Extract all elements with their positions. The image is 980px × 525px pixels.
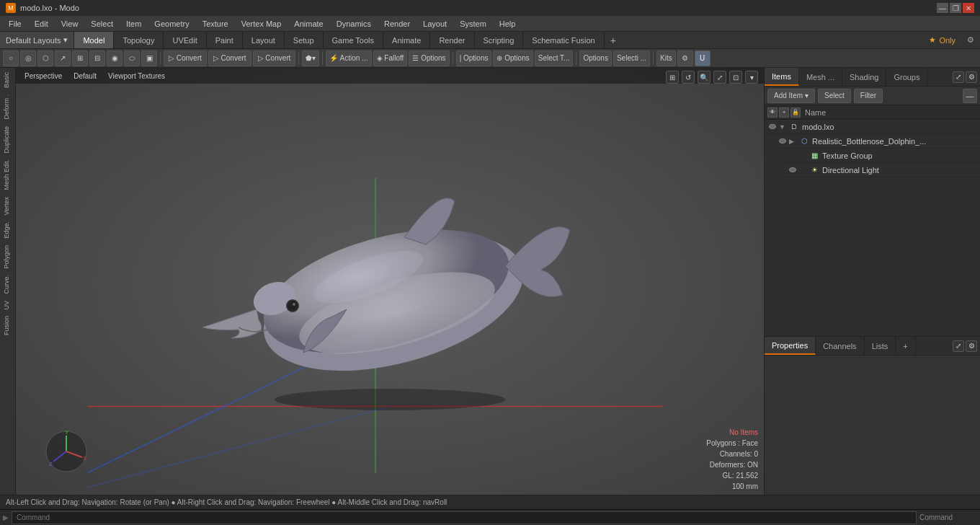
vp-ctrl-fullscreen[interactable]: ⊡ [729, 71, 742, 84]
item-vis-dolphin[interactable] [778, 136, 788, 146]
props-expand-btn[interactable]: ⤢ [953, 340, 964, 352]
tool-circle[interactable]: ○ [3, 50, 19, 66]
tool-user[interactable]: U [695, 50, 710, 66]
menu-help[interactable]: Help [494, 18, 522, 30]
col-icon-lock[interactable]: 🔒 [790, 107, 801, 118]
left-tab-fusion[interactable]: Fusion [1, 313, 14, 338]
tool-move[interactable]: ⬟▾ [302, 50, 319, 66]
command-input[interactable] [12, 511, 917, 524]
menu-view[interactable]: View [55, 18, 84, 30]
left-tab-vertex[interactable]: Vertex [1, 194, 14, 219]
tab-setup[interactable]: Setup [285, 32, 324, 48]
props-tab-channels[interactable]: Channels [816, 337, 864, 355]
tool-select-type[interactable]: Select T... [535, 50, 574, 66]
close-button[interactable]: ✕ [963, 3, 974, 13]
menu-layout[interactable]: Layout [417, 18, 453, 30]
settings-button[interactable]: ⚙ [961, 32, 980, 48]
scene-item-texture[interactable]: ▶ ▦ Texture Group [785, 149, 980, 163]
tool-ring[interactable]: ◉ [107, 50, 122, 66]
tab-scripting[interactable]: Scripting [475, 32, 524, 48]
props-tab-add[interactable]: + [896, 337, 915, 355]
viewport-background[interactable]: Perspective Default Viewport Textures ⊞ … [16, 68, 764, 495]
tool-falloff[interactable]: ◈ Falloff [373, 50, 408, 66]
tool-target[interactable]: ◎ [20, 50, 36, 66]
tab-render[interactable]: Render [430, 32, 474, 48]
vp-ctrl-more[interactable]: ▾ [745, 71, 758, 84]
vp-ctrl-rotate[interactable]: ↺ [682, 71, 695, 84]
tool-hex[interactable]: ⬡ [37, 50, 53, 66]
col-icon-eye[interactable]: 👁 [767, 107, 778, 118]
tab-game-tools[interactable]: Game Tools [324, 32, 384, 48]
tool-grid2[interactable]: ⊟ [89, 50, 105, 66]
tab-paint[interactable]: Paint [207, 32, 243, 48]
only-button[interactable]: ★ Only [923, 32, 961, 48]
add-item-button[interactable]: Add Item ▾ [767, 89, 815, 103]
filter-button[interactable]: Filter [854, 89, 883, 103]
viewport-camera-label[interactable]: Perspective [22, 68, 65, 84]
scene-item-dolphin[interactable]: ▶ ⬡ Realistic_Bottlenose_Dolphin_... [775, 134, 980, 149]
item-vis-light[interactable] [788, 165, 798, 175]
tab-schematic-fusion[interactable]: Schematic Fusion [523, 32, 604, 48]
tool-square[interactable]: ▣ [141, 50, 157, 66]
viewport-display-label[interactable]: Viewport Textures [105, 68, 168, 84]
viewport[interactable]: Perspective Default Viewport Textures ⊞ … [16, 68, 764, 495]
menu-geometry[interactable]: Geometry [148, 18, 195, 30]
panel-tab-mesh[interactable]: Mesh ... [799, 68, 842, 86]
tab-model[interactable]: Model [74, 32, 114, 48]
tool-options2[interactable]: | Options [456, 50, 492, 66]
panel-settings-btn[interactable]: ⚙ [966, 71, 977, 83]
tool-kits[interactable]: Kits [656, 50, 676, 66]
tab-uvedit[interactable]: UVEdit [164, 32, 206, 48]
left-tab-basic[interactable]: Basic [1, 69, 14, 91]
scene-item-light[interactable]: ▶ ☀ Directional Light [785, 163, 980, 177]
col-icon-add[interactable]: + [779, 107, 789, 118]
props-tab-lists[interactable]: Lists [865, 337, 896, 355]
menu-file[interactable]: File [3, 18, 27, 30]
menu-item[interactable]: Item [120, 18, 147, 30]
scene-item-root[interactable]: ▼ 🗋 modo.lxo [765, 120, 980, 134]
left-tab-uv[interactable]: UV [1, 298, 14, 313]
props-settings-btn[interactable]: ⚙ [966, 340, 977, 352]
tool-arrow[interactable]: ↗ [55, 50, 71, 66]
items-collapse-button[interactable]: — [963, 89, 977, 103]
left-tab-curve[interactable]: Curve. [1, 272, 14, 297]
left-tab-duplicate[interactable]: Duplicate [1, 123, 14, 156]
menu-vertex-map[interactable]: Vertex Map [236, 18, 288, 30]
tool-settings[interactable]: ⚙ [677, 50, 693, 66]
maximize-button[interactable]: ❐ [950, 3, 961, 13]
vp-ctrl-layout[interactable]: ⊞ [666, 71, 679, 84]
tool-grid1[interactable]: ⊞ [72, 50, 88, 66]
item-vis-root[interactable] [767, 122, 778, 132]
tool-options3[interactable]: ⊕ Options [493, 50, 533, 66]
tool-convert3[interactable]: ▷ Convert [253, 50, 296, 66]
vp-ctrl-zoom[interactable]: 🔍 [698, 71, 710, 84]
tab-add-button[interactable]: + [605, 32, 622, 48]
tab-layout[interactable]: Layout [243, 32, 285, 48]
tool-options4[interactable]: Options [579, 50, 611, 66]
panel-tab-groups[interactable]: Groups [886, 68, 927, 86]
tool-options1[interactable]: ☰ Options [409, 50, 449, 66]
panel-tab-shading[interactable]: Shading [842, 68, 886, 86]
tab-topology[interactable]: Topology [114, 32, 164, 48]
layout-dropdown[interactable]: Default Layouts ▾ [0, 32, 74, 48]
tool-convert2[interactable]: ▷ Convert [208, 50, 251, 66]
window-controls[interactable]: — ❐ ✕ [937, 3, 974, 13]
menu-select[interactable]: Select [85, 18, 119, 30]
tool-action[interactable]: ⚡ Action ... [326, 50, 371, 66]
select-button[interactable]: Select [818, 89, 851, 103]
left-tab-polygon[interactable]: Polygon [1, 242, 14, 272]
panel-tab-items[interactable]: Items [765, 68, 799, 86]
vp-ctrl-fit[interactable]: ⤢ [713, 71, 726, 84]
tool-oval[interactable]: ⬭ [124, 50, 140, 66]
minimize-button[interactable]: — [937, 3, 948, 13]
viewport-shading-label[interactable]: Default [71, 68, 99, 84]
tool-convert1[interactable]: ▷ Convert [164, 50, 207, 66]
tool-select-i[interactable]: Selecti ... [613, 50, 650, 66]
menu-animate[interactable]: Animate [288, 18, 329, 30]
props-tab-properties[interactable]: Properties [765, 337, 816, 355]
menu-texture[interactable]: Texture [197, 18, 234, 30]
left-tab-deform[interactable]: Deform . [1, 92, 14, 123]
menu-edit[interactable]: Edit [29, 18, 54, 30]
menu-render[interactable]: Render [378, 18, 416, 30]
left-tab-mesh-edit[interactable]: Mesh Edit. [1, 156, 14, 193]
